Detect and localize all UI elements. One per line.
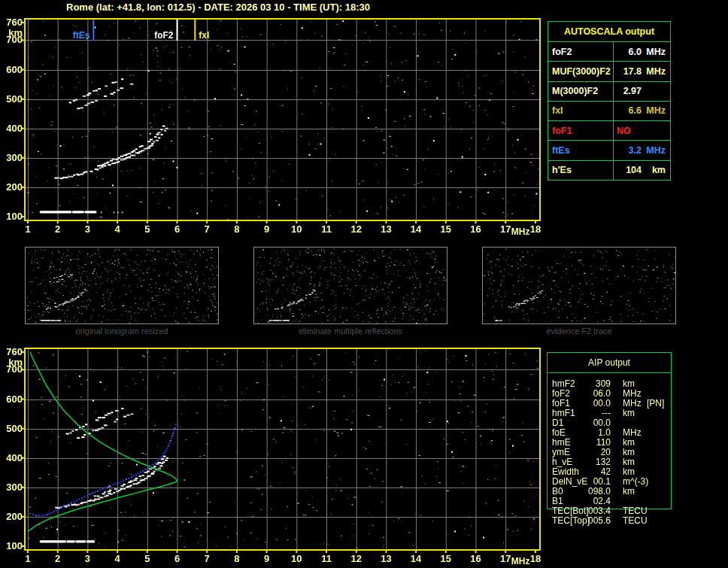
- unit-text: MHz: [642, 47, 666, 57]
- aip-param-value: 005.6: [567, 516, 611, 526]
- autoscala-param-value: 3.2MHz: [614, 141, 670, 159]
- thumbnail-eliminate-multiple-reflections: [253, 247, 447, 324]
- autoscala-output-panel: AUTOSCALA output foF26.0MHzMUF(3000)F217…: [548, 21, 671, 181]
- unit-text: MHz: [642, 66, 666, 77]
- unit-text: MHz: [642, 105, 666, 116]
- autoscala-param-value: 6.0MHz: [614, 42, 670, 61]
- autoscala-rows: foF26.0MHzMUF(3000)F217.8MHzM(3000)F22.9…: [548, 42, 670, 180]
- aip-row-tec-top-: TEC[Top]005.6TECU: [548, 516, 671, 526]
- autoscala-row-fof2: foF26.0MHz: [548, 42, 670, 62]
- autoscala-app-window: { "header": { "title": "Rome (lat: +41.8…: [0, 0, 728, 568]
- value-text: 104: [617, 165, 642, 175]
- autoscala-param-value: NO: [614, 121, 670, 140]
- autoscala-param-label: ftEs: [548, 141, 614, 159]
- autoscala-param-label: M(3000)F2: [548, 82, 614, 101]
- unit-text: km: [642, 165, 666, 175]
- aip-output-panel: AIP output hmF2309kmfoF206.0MHzfoF100.0M…: [547, 352, 672, 509]
- autoscala-param-value: 104km: [614, 161, 670, 180]
- autoscala-param-label: MUF(3000)F2: [548, 62, 614, 80]
- autoscala-param-label: fxI: [548, 102, 614, 120]
- value-text: 6.6: [617, 105, 642, 116]
- autoscala-row-h-es: h'Es104km: [548, 161, 670, 180]
- autoscala-param-value: 6.6MHz: [614, 102, 670, 120]
- autoscala-row-fof1: foF1NO: [548, 121, 670, 141]
- aip-param-unit: TECU: [623, 516, 648, 526]
- autoscala-param-value: 17.8MHz: [614, 62, 670, 80]
- station-date-time-header: Rome (lat: +41.8, lon: 012.5) - DATE: 20…: [66, 2, 370, 13]
- value-text: 3.2: [617, 145, 642, 156]
- autoscala-param-label: foF1: [548, 121, 614, 140]
- autoscala-row-ftes: ftEs3.2MHz: [548, 141, 670, 160]
- aip-panel-title: AIP output: [548, 353, 671, 373]
- caption-evidence-f2-trace: evidence F2 trace: [482, 327, 676, 336]
- aip-param-flag: [PN]: [647, 399, 664, 409]
- caption-original-ionogram: original ionogram resized: [25, 327, 219, 336]
- aip-param-unit: km: [623, 487, 635, 497]
- autoscala-param-label: foF2: [548, 42, 614, 61]
- autoscala-row-muf-3000-f2: MUF(3000)F217.8MHz: [548, 62, 670, 81]
- top-ionogram-canvas: [0, 14, 549, 237]
- bottom-ionogram-profile-canvas: [0, 345, 549, 568]
- thumbnail-original-ionogram: [25, 247, 219, 324]
- autoscala-row-m-3000-f2: M(3000)F22.97: [548, 82, 670, 102]
- autoscala-param-value: 2.97: [614, 82, 670, 101]
- thumbnail-evidence-f2-trace: [482, 247, 676, 324]
- value-text: 6.0: [617, 47, 642, 57]
- value-text: 17.8: [617, 66, 642, 77]
- autoscala-row-fxi: fxI6.6MHz: [548, 102, 670, 121]
- aip-param-unit: km: [623, 409, 635, 418]
- value-text: 2.97: [617, 86, 642, 96]
- caption-eliminate-multiple-reflections: eliminate multiple reflections: [253, 327, 447, 336]
- autoscala-panel-title: AUTOSCALA output: [548, 22, 670, 42]
- value-text: NO: [617, 126, 642, 136]
- unit-text: MHz: [642, 145, 666, 156]
- autoscala-param-label: h'Es: [548, 161, 614, 180]
